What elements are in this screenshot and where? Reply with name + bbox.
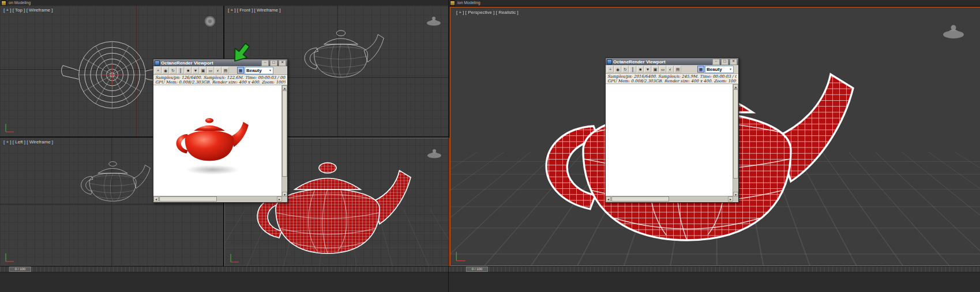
octane-render-window: OctaneRender Viewport – ▢ ✕ + ◉ ↻ ║ ■ ▼ …	[153, 59, 288, 203]
axis-tripod	[229, 252, 241, 264]
stop-render-icon[interactable]: ■	[637, 66, 644, 73]
render-mode-dropdown[interactable]: Beauty ▼	[705, 66, 734, 73]
render-canvas[interactable]	[153, 85, 282, 196]
material-picker-icon[interactable]: ◉	[162, 67, 169, 74]
octane-status-line-2: GPU Mem: 0.008/2.303GB. Render size: 400…	[155, 80, 286, 85]
viewport-top-label[interactable]: [ + ] [ Top ] [ Wireframe ]	[3, 7, 52, 13]
octane-status-area: Samples/px: 2016/6400. Samples/s: 245.9M…	[606, 74, 738, 84]
render-mode-dropdown[interactable]: Beauty ▼	[245, 67, 273, 74]
close-button[interactable]: ✕	[730, 59, 737, 65]
octane-toolbar: + ◉ ↻ ║ ■ ▼ ▣ ▭ ◐ ▤ ▦ Beauty ▼	[606, 65, 738, 74]
vscroll-thumb[interactable]	[733, 89, 738, 179]
render-mode-value: Beauty	[707, 67, 722, 72]
restart-render-icon[interactable]: ↻	[622, 66, 629, 73]
copy-image-icon[interactable]: ▣	[652, 66, 659, 73]
scroll-up-icon[interactable]: ▲	[282, 85, 287, 90]
timeline-bar: 0 / 100	[449, 266, 980, 292]
scroll-up-icon[interactable]: ▲	[733, 84, 738, 89]
viewcube-home-icon[interactable]	[426, 15, 441, 26]
octane-toolbar: + ◉ ↻ ║ ■ ▼ ▣ ▭ ◐ ▤ ▦ Beauty ▼	[153, 66, 287, 75]
octane-window-titlebar[interactable]: OctaneRender Viewport – ▢ ✕	[153, 59, 287, 66]
octane-window-titlebar[interactable]: OctaneRender Viewport – ▢ ✕	[606, 58, 738, 65]
octane-render-view: ▲ ▼ ◄ ►	[153, 85, 287, 202]
teapot-left-wireframe[interactable]	[74, 151, 152, 208]
viewcube-home-icon[interactable]	[204, 15, 216, 28]
save-image-icon[interactable]: ▼	[644, 66, 651, 73]
octane-status-line-1: Samples/px: 126/6400. Samples/s: 122.6M.…	[155, 75, 286, 80]
annotation-arrow-icon	[230, 41, 253, 65]
render-canvas[interactable]	[606, 84, 733, 196]
ribbon-icon[interactable]	[1, 1, 6, 6]
chevron-down-icon: ▼	[729, 67, 732, 71]
teapot-top-view[interactable]	[60, 35, 162, 115]
time-slider-handle[interactable]: 0 / 100	[9, 267, 31, 272]
octane-render-window: OctaneRender Viewport – ▢ ✕ + ◉ ↻ ║ ■ ▼ …	[605, 58, 739, 203]
scroll-left-icon[interactable]: ◄	[153, 196, 159, 202]
timeline-bar: 0 / 100	[0, 266, 448, 292]
focus-picker-icon[interactable]: +	[155, 67, 162, 74]
time-slider-handle[interactable]: 0 / 100	[466, 267, 488, 272]
pause-render-icon[interactable]: ║	[629, 66, 636, 73]
render-mode-value: Beauty	[246, 68, 262, 73]
lock-viewport-icon[interactable]: ▦	[697, 66, 704, 73]
scroll-left-icon[interactable]: ◄	[606, 196, 611, 202]
teapot-front-wireframe[interactable]	[292, 18, 389, 85]
viewcube-home-icon[interactable]	[942, 22, 965, 40]
scrollbar-corner	[733, 196, 738, 202]
scroll-down-icon[interactable]: ▼	[282, 192, 287, 196]
clay-mode-icon[interactable]: ◐	[667, 66, 674, 73]
viewcube-home-icon[interactable]	[427, 147, 442, 159]
ribbon-tab-label[interactable]: on Modeling	[9, 0, 31, 6]
restart-render-icon[interactable]: ↻	[170, 67, 177, 74]
maximize-button[interactable]: ▢	[270, 60, 277, 66]
hscroll-thumb[interactable]	[611, 196, 669, 202]
subsampling-icon[interactable]: ▤	[222, 67, 229, 74]
scroll-right-icon[interactable]: ►	[277, 196, 282, 202]
close-button[interactable]: ✕	[279, 60, 286, 66]
axis-tripod	[4, 122, 16, 134]
axis-tripod	[4, 252, 16, 263]
copy-image-icon[interactable]: ▣	[200, 67, 206, 74]
octane-window-title: OctaneRender Viewport	[613, 59, 711, 65]
octane-app-icon	[155, 60, 160, 66]
vscroll-thumb[interactable]	[282, 90, 287, 177]
maximize-button[interactable]: ▢	[721, 59, 729, 65]
ribbon-strip-right: ion Modeling	[449, 0, 980, 6]
ribbon-icon[interactable]	[450, 1, 455, 6]
axis-tripod	[455, 250, 467, 263]
subsampling-icon[interactable]: ▤	[674, 66, 681, 73]
chevron-down-icon: ▼	[269, 69, 272, 72]
octane-status-area: Samples/px: 126/6400. Samples/s: 122.6M.…	[153, 75, 287, 85]
vertical-scrollbar[interactable]: ▲ ▼	[733, 84, 738, 196]
horizontal-scrollbar[interactable]: ◄ ►	[606, 196, 733, 202]
material-picker-icon[interactable]: ◉	[614, 66, 621, 73]
octane-app-icon	[607, 59, 612, 65]
clay-mode-icon[interactable]: ◐	[215, 67, 221, 74]
region-render-icon[interactable]: ▭	[659, 66, 666, 73]
scroll-down-icon[interactable]: ▼	[733, 192, 738, 196]
horizontal-scrollbar[interactable]: ◄ ►	[153, 196, 282, 202]
viewport-front-label[interactable]: [ + ] [ Front ] [ Wireframe ]	[228, 7, 280, 13]
max-workspace: on Modeling [ + ] [ Top ] [ Wireframe ]	[0, 0, 980, 292]
focus-picker-icon[interactable]: +	[607, 66, 614, 73]
region-render-icon[interactable]: ▭	[207, 67, 214, 74]
scroll-right-icon[interactable]: ►	[728, 196, 733, 202]
time-slider-track[interactable]: 0 / 100	[449, 267, 980, 272]
viewport-left-label[interactable]: [ + ] [ Left ] [ Wireframe ]	[3, 139, 53, 145]
octane-render-view: ▲ ▼ ◄ ►	[606, 84, 738, 202]
ribbon-tab-label[interactable]: ion Modeling	[457, 0, 480, 6]
save-image-icon[interactable]: ▼	[192, 67, 199, 74]
lock-viewport-icon[interactable]: ▦	[237, 67, 244, 74]
stop-render-icon[interactable]: ■	[185, 67, 192, 74]
hscroll-thumb[interactable]	[159, 196, 217, 202]
vertical-scrollbar[interactable]: ▲ ▼	[281, 85, 287, 196]
time-slider-track[interactable]: 0 / 100	[0, 267, 448, 272]
screen-right: ion Modeling [ + ] [ Perspective ] [ Rea…	[448, 0, 980, 292]
scrollbar-corner	[282, 196, 287, 202]
minimize-button[interactable]: –	[712, 59, 720, 65]
teapot-render	[168, 107, 250, 168]
octane-status-line-1: Samples/px: 2016/6400. Samples/s: 245.9M…	[607, 74, 737, 79]
minimize-button[interactable]: –	[261, 60, 269, 66]
pause-render-icon[interactable]: ║	[177, 67, 184, 74]
viewport-perspective-label[interactable]: [ + ] [ Perspective ] [ Realistic ]	[456, 10, 519, 15]
